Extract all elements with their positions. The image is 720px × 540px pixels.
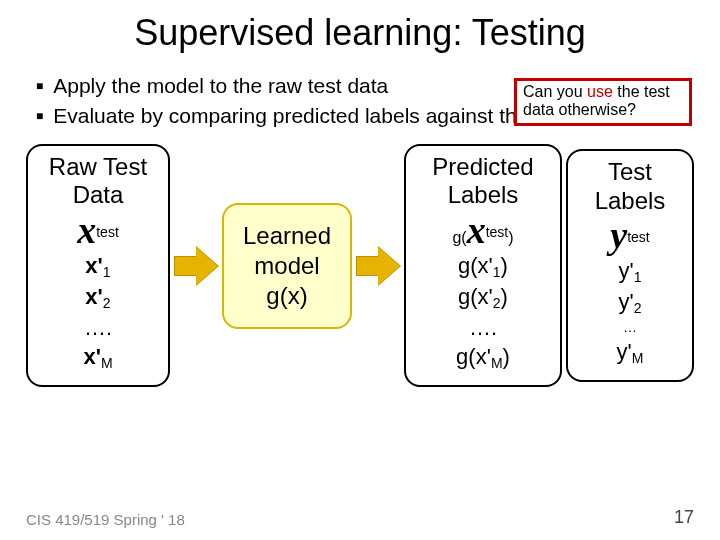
callout-prefix: Can you: [523, 83, 587, 100]
lab-items: y'1 y'2 … y'M: [574, 256, 686, 368]
pred-items: g(x'1) g(x'2) …. g(x'M): [412, 251, 554, 373]
raw-items: x'1 x'2 …. x'M: [34, 251, 162, 373]
callout-box: Can you use the test data otherwise?: [514, 78, 692, 126]
diagram: Raw Test Data xtest x'1 x'2 …. x'M Learn…: [0, 144, 720, 387]
model-l2: model: [232, 251, 342, 281]
callout-highlight: use: [587, 83, 613, 100]
arrow-icon: [174, 247, 218, 285]
footer-left: CIS 419/519 Spring ' 18: [26, 511, 185, 528]
page-title: Supervised learning: Testing: [0, 12, 720, 54]
pred-heading2: Labels: [412, 182, 554, 208]
pred-symbol: g(xtest): [412, 211, 554, 249]
arrow-icon: [356, 247, 400, 285]
lab-heading2: Labels: [574, 188, 686, 214]
pred-heading1: Predicted: [412, 154, 554, 180]
model-l3: g(x): [232, 281, 342, 311]
lab-symbol: ytest: [574, 216, 686, 254]
test-labels-box: Test Labels ytest y'1 y'2 … y'M: [566, 149, 694, 381]
raw-heading1: Raw Test: [34, 154, 162, 180]
learned-model-box: Learned model g(x): [222, 203, 352, 329]
model-l1: Learned: [232, 221, 342, 251]
lab-heading1: Test: [574, 159, 686, 185]
predicted-box: Predicted Labels g(xtest) g(x'1) g(x'2) …: [404, 144, 562, 387]
page-number: 17: [674, 507, 694, 528]
raw-test-box: Raw Test Data xtest x'1 x'2 …. x'M: [26, 144, 170, 387]
raw-symbol: xtest: [34, 211, 162, 249]
raw-heading2: Data: [34, 182, 162, 208]
